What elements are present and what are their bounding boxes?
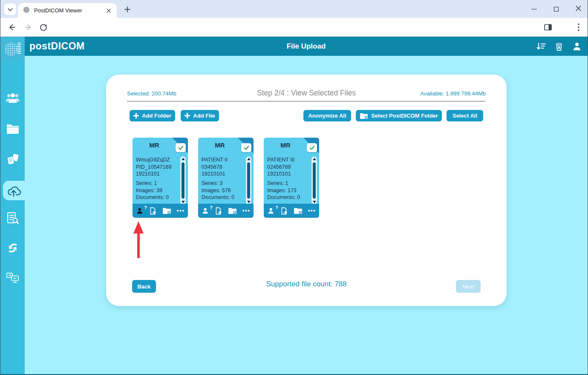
study-stats: Series: 3 Images: 576 Documents: 0 xyxy=(202,180,244,201)
side-panel-button[interactable] xyxy=(542,22,553,33)
recycle-bin-button[interactable] xyxy=(553,41,565,52)
select-all-label: Select All xyxy=(453,112,477,119)
next-button[interactable]: Next xyxy=(456,280,481,293)
tab-strip: PostDICOM Viewer xyxy=(0,0,588,18)
scroll-down-icon[interactable] xyxy=(312,201,317,203)
anonymize-all-label: Anonymize All xyxy=(308,112,346,119)
card-scrollbar[interactable] xyxy=(246,156,251,205)
scroll-up-icon[interactable] xyxy=(181,158,185,160)
forward-button[interactable] xyxy=(23,22,34,33)
header-divider xyxy=(127,101,486,101)
sidebar xyxy=(0,61,25,374)
selected-checkbox[interactable] xyxy=(307,143,317,152)
more-options-button[interactable] xyxy=(308,210,315,212)
sidebar-item-worklist[interactable] xyxy=(0,208,25,228)
more-options-button[interactable] xyxy=(242,210,250,212)
card-toolbar: ? xyxy=(133,204,188,218)
patient-id: 0345678 xyxy=(202,164,244,171)
study-date: 19210101 xyxy=(267,170,310,178)
cloud-upload-icon xyxy=(7,184,21,197)
select-postdicom-folder-label: Select PostDICOM Folder xyxy=(371,112,438,119)
ellipsis-icon xyxy=(177,210,184,212)
account-button[interactable] xyxy=(571,41,582,52)
assign-folder-button[interactable] xyxy=(162,207,171,214)
upload-queue-button[interactable] xyxy=(536,41,547,52)
sidebar-item-folders[interactable] xyxy=(0,119,25,138)
file-card[interactable]: MR WmujG9ZqDZ PID_10547169 19210101 Seri… xyxy=(133,138,188,218)
series-count: Series: 3 xyxy=(202,180,244,187)
add-image-button[interactable] xyxy=(215,207,222,215)
ellipsis-icon xyxy=(242,210,250,212)
scrollbar-thumb[interactable] xyxy=(182,162,184,199)
app-logo[interactable] xyxy=(0,37,25,61)
file-card[interactable]: MR PATIENT III 02456789 19210101 Series:… xyxy=(264,138,319,218)
brand-logotype: postDICOM xyxy=(29,37,85,56)
kebab-menu-icon xyxy=(577,23,580,32)
document-count: Documents: 0 xyxy=(267,194,310,201)
folder-plus-icon xyxy=(228,207,237,214)
select-all-button[interactable]: Select All xyxy=(447,110,483,121)
document-count: Documents: 0 xyxy=(136,194,179,201)
scrollbar-thumb[interactable] xyxy=(313,162,316,199)
scroll-up-icon[interactable] xyxy=(246,158,251,160)
study-date: 19210101 xyxy=(202,170,244,178)
page-title: File Upload xyxy=(25,37,588,56)
question-mark: ? xyxy=(210,205,213,210)
scrollbar-thumb[interactable] xyxy=(247,162,250,199)
anonymize-button[interactable]: ? xyxy=(268,207,275,214)
person-question-icon xyxy=(268,207,275,214)
folder-icon xyxy=(6,123,20,134)
minimize-button[interactable] xyxy=(530,6,537,12)
study-stats: Series: 1 Images: 173 Documents: 0 xyxy=(267,180,310,201)
selected-checkbox[interactable] xyxy=(176,143,186,152)
selected-checkbox[interactable] xyxy=(241,143,251,152)
scroll-up-icon[interactable] xyxy=(312,158,317,160)
add-folder-button[interactable]: Add Folder xyxy=(130,110,175,121)
patient-name: PATIENT II xyxy=(202,156,244,164)
anonymize-button[interactable]: ? xyxy=(136,207,144,214)
close-window-button[interactable] xyxy=(575,6,582,12)
browser-tab[interactable]: PostDICOM Viewer xyxy=(18,3,117,18)
add-file-button[interactable]: Add File xyxy=(181,110,219,121)
supported-count-label: Supported file count: 788 xyxy=(106,280,507,288)
sidebar-item-sync[interactable] xyxy=(0,238,25,258)
plus-icon xyxy=(124,6,130,14)
check-icon xyxy=(178,145,184,150)
tab-close-button[interactable] xyxy=(105,7,112,14)
select-postdicom-folder-button[interactable]: Select PostDICOM Folder xyxy=(356,110,442,121)
more-options-button[interactable] xyxy=(177,210,184,212)
assign-folder-button[interactable] xyxy=(228,207,237,214)
assign-folder-button[interactable] xyxy=(294,207,303,214)
patient-id: PID_10547169 xyxy=(136,164,179,171)
back-button[interactable] xyxy=(6,22,17,33)
file-card[interactable]: MR PATIENT II 0345678 19210101 Series: 3… xyxy=(198,138,254,218)
browser-menu-button[interactable] xyxy=(573,22,584,33)
card-scrollbar[interactable] xyxy=(180,156,186,205)
new-tab-button[interactable] xyxy=(121,4,133,16)
card-scrollbar[interactable] xyxy=(311,156,317,205)
folder-plus-icon xyxy=(360,112,368,119)
anonymize-button[interactable]: ? xyxy=(202,207,209,214)
upload-panel: Selected: 200.74Mb Step 2/4 : View Selec… xyxy=(106,75,507,306)
sidebar-item-documents[interactable] xyxy=(0,150,25,169)
close-icon xyxy=(576,5,581,13)
question-mark: ? xyxy=(144,205,147,210)
sidebar-item-patients[interactable] xyxy=(0,88,25,108)
anonymize-all-button[interactable]: Anonymize All xyxy=(303,110,351,121)
patient-info: PATIENT II 0345678 19210101 xyxy=(202,156,244,178)
folder-plus-icon xyxy=(294,207,303,214)
add-image-button[interactable] xyxy=(149,207,156,215)
tab-search-button[interactable] xyxy=(4,3,16,15)
add-image-button[interactable] xyxy=(280,207,288,215)
reload-button[interactable] xyxy=(38,22,49,33)
card-toolbar: ? xyxy=(264,204,319,218)
sidebar-item-upload[interactable] xyxy=(3,181,25,200)
patient-name: PATIENT III xyxy=(267,156,310,164)
chevron-down-icon xyxy=(8,6,13,13)
app-header: File Upload postDICOM xyxy=(0,37,588,56)
series-count: Series: 1 xyxy=(136,180,179,187)
maximize-button[interactable] xyxy=(553,6,559,12)
scroll-down-icon[interactable] xyxy=(181,201,185,203)
scroll-down-icon[interactable] xyxy=(246,201,251,203)
sidebar-item-transfer[interactable] xyxy=(0,268,25,288)
